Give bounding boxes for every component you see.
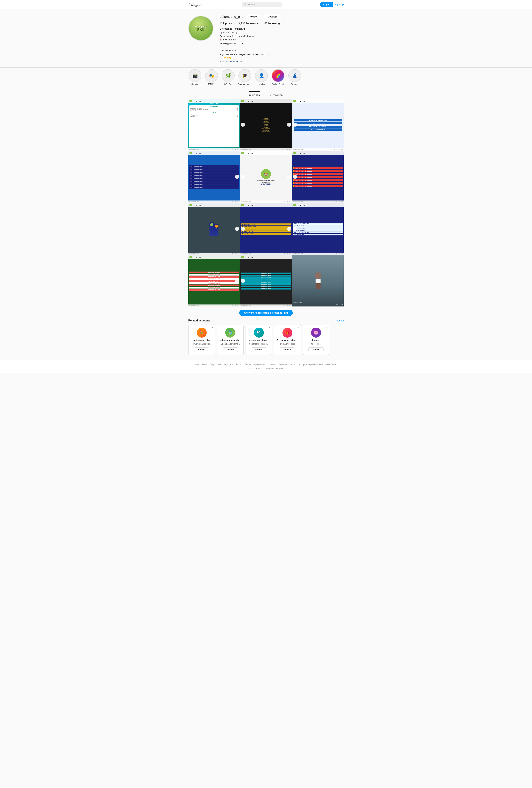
followers-stat[interactable]: 2,659 followers: [239, 22, 258, 25]
follow-button[interactable]: Follow: [246, 14, 261, 19]
post-2-prev[interactable]: ‹: [241, 123, 245, 126]
header: Instagram Log In Sign Up: [0, 0, 532, 9]
post-7[interactable]: selempang_pku 2023 2023 › @selempang_pku: [188, 203, 240, 255]
post-11[interactable]: selempang_pku Wisudawati Takfife Wisudaw…: [240, 255, 292, 307]
show-more-button[interactable]: Show more posts from selempang_pku: [239, 310, 293, 316]
see-all-link[interactable]: See all: [336, 319, 344, 322]
footer-privacy[interactable]: Privacy: [236, 363, 243, 366]
highlight-bucket[interactable]: 🌈 Bucket Snack: [271, 69, 285, 85]
footer-meta-verified[interactable]: Meta Verified: [326, 363, 337, 366]
category: Apparel & clothing: [220, 31, 344, 34]
related-avatar-5: 🌸: [311, 328, 321, 338]
related-username-3[interactable]: selempang_pku.m...: [248, 339, 269, 341]
post-7-next[interactable]: ›: [235, 227, 239, 231]
footer-about[interactable]: About: [202, 363, 207, 366]
profile-stats: 911 posts 2,659 followers 81 following: [220, 22, 344, 25]
highlight-handuk[interactable]: 👤 Handuk: [255, 69, 268, 85]
footer-terms[interactable]: Terms: [245, 363, 251, 366]
bio-line5: Line @tne4964w: [220, 49, 344, 53]
related-card-selempang3: ✕ 🌊 selempang_pku.m... Selempang Pekanb.…: [246, 325, 272, 355]
related-username-5[interactable]: florenc...: [311, 339, 320, 341]
post-2[interactable]: selempang_pku Iskandar Muhammad Suharto …: [240, 99, 292, 151]
post-11-prev[interactable]: ‹: [241, 279, 245, 283]
highlight-dongker[interactable]: 👗 Dongker: [288, 69, 302, 85]
post-10[interactable]: selempang_pku PETUGAS UPACARA PETUGAS UP…: [188, 255, 240, 307]
footer-instagram-lite[interactable]: Instagram Lite: [279, 363, 292, 366]
following-stat[interactable]: 81 following: [265, 22, 280, 25]
related-card-selempang2: ✕ 🎽 selempangpekanb... Selempang Pekanb.…: [217, 325, 244, 355]
follow-button-3[interactable]: Follow: [251, 348, 266, 352]
footer-copyright: © 2023 Instagram from Meta: [258, 368, 284, 370]
footer-meta[interactable]: Meta: [195, 363, 199, 366]
related-username-4[interactable]: fri_souvenir.pekan...: [277, 339, 298, 341]
close-card-5[interactable]: ✕: [326, 326, 328, 329]
tab-posts[interactable]: ⊞ POSTS: [249, 91, 260, 99]
post-12[interactable]: @selempang_pku 📞 08117577046: [292, 255, 344, 307]
post-2-next[interactable]: ›: [287, 123, 291, 126]
avatar: selempang PKU: [188, 16, 213, 41]
close-card-2[interactable]: ✕: [240, 326, 242, 329]
post-6[interactable]: selempang_pku PESTA RAKYAT SIMPEDES PEST…: [292, 151, 344, 202]
related-desc-4: FRI Souvenir Pekan...: [278, 343, 297, 346]
post-6-prev[interactable]: ‹: [293, 175, 297, 179]
tab-tagged[interactable]: 🏷 TAGGED: [270, 91, 283, 99]
footer-bottom: English ▾ © 2023 Instagram from Meta: [3, 368, 529, 370]
post-8-next[interactable]: ›: [287, 227, 291, 231]
follow-button-1[interactable]: Follow: [194, 348, 209, 352]
post-1-next[interactable]: ›: [235, 123, 239, 126]
profile-info: selempang_pku Follow Message 911 posts 2…: [220, 14, 344, 63]
avatar-wrap: selempang PKU: [188, 14, 213, 63]
footer-contact-uploading[interactable]: Contact Uploading & Non-Users: [294, 363, 323, 366]
footer-language[interactable]: English ▾: [248, 368, 257, 370]
post-4-next[interactable]: ›: [235, 175, 239, 179]
highlight-tanjak[interactable]: 🎭 TANJAK: [205, 69, 218, 85]
instagram-logo: Instagram: [188, 2, 203, 7]
footer-top-accounts[interactable]: Top Accounts: [253, 363, 265, 366]
post-3[interactable]: selempang_pku PEMANDU PELAYANAN PRIMA DI…: [292, 99, 344, 151]
related-username-1[interactable]: getbouquet.pku: [193, 339, 210, 341]
search-input[interactable]: [248, 3, 280, 6]
post-8-prev[interactable]: ‹: [241, 227, 245, 231]
signup-button[interactable]: Sign Up: [335, 3, 344, 6]
follow-button-4[interactable]: Follow: [280, 348, 295, 352]
post-9-prev[interactable]: ‹: [293, 227, 297, 231]
post-10-next[interactable]: ›: [235, 279, 239, 283]
footer-links: Meta About Blog Jobs Help API Privacy Te…: [185, 363, 347, 366]
highlight-sorotan[interactable]: 📸 Sorotan: [188, 69, 202, 85]
posts-stat: 911 posts: [220, 22, 232, 25]
display-name: Selempang Pekanbaru: [220, 27, 344, 31]
login-button[interactable]: Log In: [320, 2, 333, 7]
related-username-2[interactable]: selempangpekanb...: [220, 339, 240, 341]
highlights-scroll: 📸 Sorotan 🎭 TANJAK 🌿 SC HPAI 🎓 Toga Warn…: [188, 67, 344, 87]
post-5-prev[interactable]: ‹: [241, 175, 245, 179]
highlight-toga[interactable]: 🎓 Toga Warna S...: [238, 69, 251, 85]
footer-api[interactable]: API: [230, 363, 233, 366]
footer-jobs[interactable]: Jobs: [217, 363, 221, 366]
close-card-4[interactable]: ✕: [297, 326, 299, 329]
follow-button-5[interactable]: Follow: [308, 348, 324, 352]
search-bar[interactable]: [242, 2, 282, 7]
related-desc-1: Flowers Snack Bouq...: [191, 343, 211, 346]
post-5-next[interactable]: ›: [287, 175, 291, 179]
bio-link[interactable]: linktr.ee/selempang_pku: [220, 60, 243, 63]
post-3-prev[interactable]: ‹: [293, 123, 297, 126]
post-5[interactable]: selempang_pku 🏫 INSTITUT KESEHATAN DAN T…: [240, 151, 292, 202]
close-card-1[interactable]: ✕: [211, 326, 213, 329]
post-8[interactable]: selempang_pku Dessatriani, S.Pd.Gr Widya…: [240, 203, 292, 255]
post-4[interactable]: selempang_pku DUTA KAMPUS 2023 DUTA KAMP…: [188, 151, 240, 202]
highlights-section: 📸 Sorotan 🎭 TANJAK 🌿 SC HPAI 🎓 Toga Warn…: [185, 67, 347, 87]
search-icon: [244, 3, 246, 6]
related-accounts-section: Related accounts See all ✕ 💐 getbouquet.…: [185, 319, 347, 355]
related-cards: ✕ 💐 getbouquet.pku Flowers Snack Bouq...…: [188, 325, 344, 355]
close-card-3[interactable]: ✕: [269, 326, 271, 329]
highlight-sc-hpai[interactable]: 🌿 SC HPAI: [222, 69, 235, 85]
profile-section: selempang PKU selempang_pku Follow Messa…: [185, 14, 347, 63]
grid-icon: ⊞: [249, 94, 251, 97]
footer-help[interactable]: Help: [223, 363, 228, 366]
post-1[interactable]: selempang_pku PRICE LIST SELEMPANG Selem…: [188, 99, 240, 151]
footer-blog[interactable]: Blog: [210, 363, 214, 366]
post-9[interactable]: selempang_pku M.Rizki Riperdi Santoso, S…: [292, 203, 344, 255]
message-button[interactable]: Message: [264, 14, 281, 19]
follow-button-2[interactable]: Follow: [223, 348, 238, 352]
footer-locations[interactable]: Locations: [268, 363, 276, 366]
